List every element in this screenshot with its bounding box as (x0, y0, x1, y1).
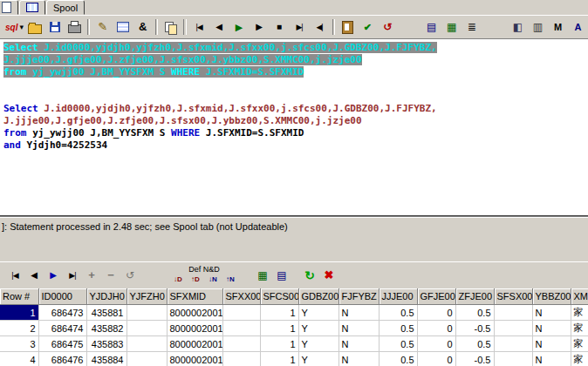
cell[interactable]: 1 (260, 352, 298, 366)
cell[interactable] (126, 305, 167, 321)
cell[interactable]: 家 (571, 336, 588, 352)
last-statement-button[interactable] (291, 18, 309, 37)
describe-columns-button[interactable] (113, 18, 132, 37)
save-button[interactable] (45, 18, 64, 37)
cell[interactable]: N (532, 336, 571, 352)
cell[interactable]: N (532, 321, 571, 336)
cell[interactable]: Y (298, 305, 338, 321)
delete-row-button[interactable] (102, 267, 120, 284)
cell[interactable]: Y (298, 352, 338, 366)
cell[interactable] (126, 336, 167, 352)
cell[interactable]: N (338, 336, 379, 352)
cell[interactable] (222, 352, 260, 366)
spool-window-button[interactable] (422, 18, 441, 37)
cell[interactable]: 8000002001 (167, 321, 222, 336)
cell[interactable]: Y (298, 321, 338, 336)
cell[interactable] (126, 352, 167, 366)
table-browser-button[interactable] (442, 18, 461, 37)
commit-button[interactable] (359, 18, 377, 37)
row-number-cell[interactable]: 4 (0, 352, 38, 366)
grid-format-button[interactable] (273, 267, 291, 284)
cell[interactable]: 0.5 (379, 321, 417, 336)
cell[interactable]: N (338, 321, 379, 336)
cell[interactable]: 435883 (86, 336, 126, 352)
cell[interactable] (494, 305, 532, 321)
first-row-button[interactable] (6, 267, 24, 284)
cell[interactable]: 0.5 (455, 305, 494, 321)
column-header-id0000[interactable]: ID0000 (38, 288, 86, 305)
font-button[interactable] (569, 18, 587, 37)
script-output-button[interactable] (462, 18, 481, 37)
next-statement-button[interactable] (250, 18, 269, 37)
cell[interactable] (494, 336, 532, 352)
cell[interactable]: 家 (571, 352, 588, 366)
cell[interactable]: 435882 (86, 321, 126, 336)
tab-editor[interactable] (0, 0, 18, 15)
cell[interactable]: 8000002001 (167, 336, 222, 352)
cell[interactable]: 686476 (38, 352, 86, 366)
row-number-cell[interactable]: 1 (0, 305, 38, 321)
cell[interactable]: 1 (260, 321, 298, 336)
cell[interactable]: 686475 (38, 336, 86, 352)
column-header-yjfzh0[interactable]: YJFZH0 (126, 288, 167, 305)
stop-button[interactable] (270, 18, 289, 37)
column-header-sfsx00[interactable]: SFSX00 (494, 288, 532, 305)
cell[interactable]: N (532, 352, 571, 366)
cell[interactable]: 8000002001 (167, 305, 222, 321)
cell[interactable] (222, 336, 260, 352)
refresh-button[interactable] (301, 267, 318, 284)
prior-row-button[interactable] (25, 267, 43, 284)
prior-statement-button[interactable] (210, 18, 229, 37)
null-default-button[interactable] (222, 274, 238, 287)
print-button[interactable] (65, 18, 84, 37)
copy-to-clipboard-button[interactable] (338, 18, 357, 37)
grid-options-button[interactable] (254, 267, 271, 284)
column-header-zfje00[interactable]: ZFJE00 (455, 288, 494, 305)
insert-row-button[interactable] (83, 267, 100, 284)
edit-mode-button[interactable] (93, 18, 112, 37)
cell[interactable]: 435884 (86, 352, 126, 366)
clear-default-button[interactable] (188, 274, 203, 287)
cell[interactable]: 0 (417, 352, 455, 366)
cell[interactable]: 0.5 (379, 305, 417, 321)
sql-menu-button[interactable]: sql (5, 18, 24, 37)
cell[interactable]: 686474 (38, 321, 86, 336)
cell[interactable]: 0.5 (379, 336, 417, 352)
cell[interactable]: 家 (571, 305, 588, 321)
cell[interactable] (494, 321, 532, 336)
revert-row-button[interactable] (121, 267, 139, 284)
cell[interactable]: 0 (417, 305, 455, 321)
cell[interactable]: 0.5 (455, 336, 494, 352)
cell[interactable]: -0.5 (455, 321, 494, 336)
goto-current-button[interactable] (311, 18, 329, 37)
options-button[interactable] (509, 18, 527, 37)
cell[interactable]: 435881 (86, 305, 126, 321)
cell[interactable]: N (338, 305, 379, 321)
column-header-gdbz00[interactable]: GDBZ00 (298, 288, 338, 305)
cell[interactable] (494, 352, 532, 366)
cell[interactable] (222, 321, 260, 336)
rollback-button[interactable] (379, 18, 397, 37)
tab-data-grid[interactable] (19, 0, 45, 15)
cell[interactable]: 0.5 (379, 352, 417, 366)
cell[interactable]: N (532, 305, 571, 321)
cell[interactable]: 家 (571, 321, 588, 336)
open-button[interactable] (25, 18, 44, 37)
cell[interactable]: 8000002001 (167, 352, 222, 366)
column-header-fjfybz[interactable]: FJFYBZ (338, 288, 379, 305)
column-header-jjje00[interactable]: JJJE00 (379, 288, 417, 305)
cell[interactable]: 1 (260, 336, 298, 352)
cell[interactable]: 686473 (38, 305, 86, 321)
next-row-button[interactable] (44, 267, 62, 284)
row-number-cell[interactable]: 3 (0, 336, 38, 352)
cell[interactable] (126, 321, 167, 336)
column-header-sfxx00[interactable]: SFXX00 (222, 288, 260, 305)
cell[interactable]: Y (298, 336, 338, 352)
column-header-xmmc00[interactable]: XMMC00 (571, 288, 588, 305)
cell[interactable]: 0 (417, 336, 455, 352)
row-number-cell[interactable]: 2 (0, 321, 38, 336)
cell[interactable]: N (338, 352, 379, 366)
layout-button[interactable] (529, 18, 547, 37)
sql-editor[interactable]: Select J.id0000,yjdjh0,yjfzh0,J.sfxmid,J… (0, 38, 588, 216)
column-header-ybbz00[interactable]: YBBZ00 (532, 288, 571, 305)
